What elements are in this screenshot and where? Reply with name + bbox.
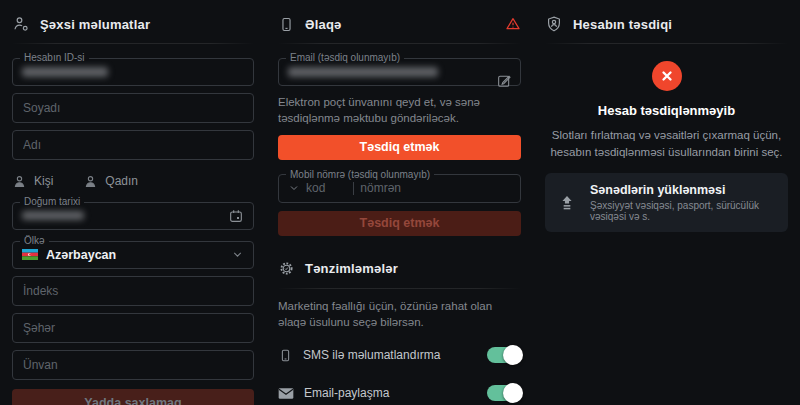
gear-icon bbox=[278, 260, 295, 277]
mobile-phone-icon bbox=[278, 16, 295, 33]
warning-icon bbox=[505, 16, 521, 32]
account-id-field: Hesabın ID-si bbox=[12, 53, 254, 86]
personal-info-section: Şəxsi məlumatlar Hesabın ID-si Kişi bbox=[0, 0, 266, 405]
email-note: Elektron poçt ünvanını qeyd et, və sənə … bbox=[278, 94, 521, 127]
azerbaijan-flag-icon bbox=[22, 249, 38, 260]
verification-header: Hesabın təsdiqi bbox=[545, 13, 788, 35]
phone-number-input[interactable]: nömrən bbox=[360, 181, 401, 195]
name-input[interactable] bbox=[12, 130, 254, 160]
email-toggle-row: Email-paylaşma bbox=[278, 383, 521, 403]
upload-documents-card[interactable]: Sənədlərin yüklənməsi Şəxsiyyət vəsiqəsi… bbox=[545, 173, 788, 232]
male-person-icon bbox=[12, 174, 27, 189]
country-value: Azərbaycan bbox=[46, 248, 116, 262]
verification-section: Hesabın təsdiqi Hesab təsdiqlənməyib Slo… bbox=[533, 0, 800, 405]
toggle-knob bbox=[503, 345, 523, 365]
section-title: Tənzimləmələr bbox=[305, 261, 398, 276]
upload-card-title: Sənədlərin yüklənməsi bbox=[590, 183, 776, 197]
shield-user-icon bbox=[545, 15, 563, 33]
sms-phone-icon bbox=[278, 348, 293, 363]
phone-code-placeholder[interactable]: kod bbox=[306, 181, 325, 195]
birth-date-field[interactable]: Doğum tarixi bbox=[12, 197, 254, 230]
country-label: Ölkə bbox=[20, 236, 49, 246]
address-input[interactable] bbox=[12, 350, 254, 380]
account-id-value-redacted bbox=[22, 67, 108, 77]
email-label: Email (təsdiq olunmayıb) bbox=[286, 53, 404, 63]
calendar-icon[interactable] bbox=[228, 208, 244, 224]
gender-female-option[interactable]: Qadın bbox=[83, 174, 138, 189]
section-title: Hesabın təsdiqi bbox=[573, 17, 672, 32]
phone-code-chevron-icon[interactable] bbox=[288, 182, 300, 194]
email-toggle-label: Email-paylaşma bbox=[304, 386, 477, 400]
gender-male-label: Kişi bbox=[34, 174, 53, 188]
divider bbox=[545, 43, 788, 44]
section-title: Şəxsi məlumatlar bbox=[40, 17, 150, 32]
email-field: Email (təsdiq olunmayıb) bbox=[278, 53, 521, 86]
divider bbox=[278, 288, 521, 289]
status-note: Slotları fırlatmaq və vəsaitləri çıxarma… bbox=[549, 127, 784, 160]
error-x-icon bbox=[652, 61, 682, 91]
envelope-icon bbox=[278, 387, 294, 400]
settings-note: Marketinq fəallığı üçün, özünüə rahat ol… bbox=[278, 298, 521, 331]
save-button[interactable]: Yadda saxlamaq bbox=[12, 389, 254, 405]
settings-header: Tənzimləmələr bbox=[278, 258, 521, 280]
sms-toggle-label: SMS ilə məlumatlandırma bbox=[303, 348, 477, 362]
email-toggle[interactable] bbox=[487, 385, 521, 401]
status-title: Hesab təsdiqlənməyib bbox=[545, 103, 788, 118]
divider bbox=[12, 43, 254, 44]
gender-female-label: Qadın bbox=[105, 174, 138, 188]
female-person-icon bbox=[83, 174, 98, 189]
birth-date-value-redacted bbox=[22, 211, 84, 220]
confirm-phone-button[interactable]: Təsdiq etmək bbox=[278, 211, 521, 236]
verification-status: Hesab təsdiqlənməyib Slotları fırlatmaq … bbox=[545, 61, 788, 160]
divider bbox=[353, 182, 354, 195]
birth-date-label: Doğum tarixi bbox=[20, 197, 84, 207]
phone-field: Mobil nömrə (təsdiq olunmayıb) kod nömrə… bbox=[278, 170, 521, 203]
country-select[interactable]: Ölkə Azərbaycan bbox=[12, 236, 254, 269]
sms-toggle[interactable] bbox=[487, 347, 521, 363]
upload-icon bbox=[557, 193, 577, 213]
section-title: Əlaqə bbox=[305, 17, 341, 32]
account-id-label: Hesabın ID-si bbox=[20, 53, 89, 63]
user-gear-icon bbox=[12, 15, 30, 33]
account-settings-page: Şəxsi məlumatlar Hesabın ID-si Kişi bbox=[0, 0, 800, 405]
gender-selector: Kişi Qadın bbox=[12, 171, 254, 191]
contact-section: Əlaqə Email (təsdiq olunmayıb) bbox=[266, 0, 533, 405]
city-input[interactable] bbox=[12, 313, 254, 343]
personal-info-header: Şəxsi məlumatlar bbox=[12, 13, 254, 35]
chevron-down-icon bbox=[231, 248, 244, 261]
upload-card-subtitle: Şəxsiyyət vəsiqəsi, pasport, sürücülük v… bbox=[590, 200, 776, 222]
edit-email-icon[interactable] bbox=[496, 73, 512, 89]
contact-header: Əlaqə bbox=[278, 13, 521, 35]
phone-label: Mobil nömrə (təsdiq olunmayıb) bbox=[286, 170, 434, 180]
confirm-email-button[interactable]: Təsdiq etmək bbox=[278, 135, 521, 160]
email-value-redacted bbox=[288, 67, 438, 77]
toggle-knob bbox=[503, 383, 523, 403]
sms-toggle-row: SMS ilə məlumatlandırma bbox=[278, 345, 521, 365]
surname-input[interactable] bbox=[12, 93, 254, 123]
gender-male-option[interactable]: Kişi bbox=[12, 174, 53, 189]
divider bbox=[278, 43, 521, 44]
postal-index-input[interactable] bbox=[12, 276, 254, 306]
